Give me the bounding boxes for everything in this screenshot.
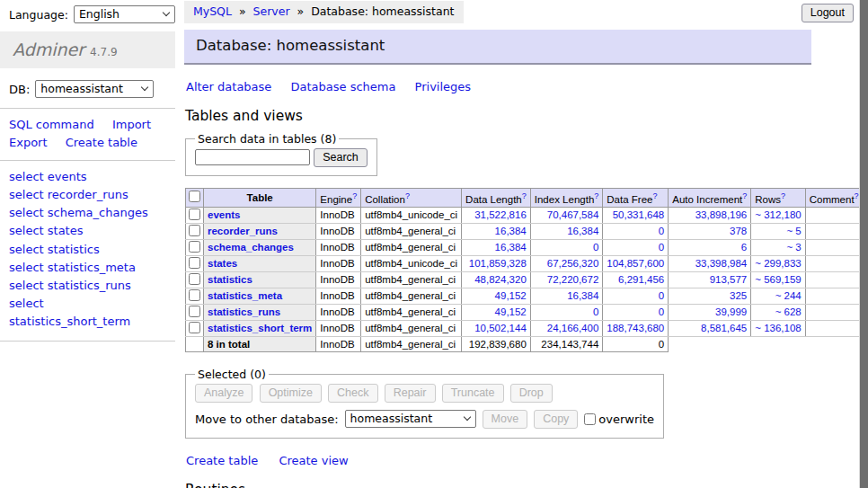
sidebar-item-select-recorder-runs[interactable]: select recorder_runs: [9, 186, 166, 204]
move-db-select[interactable]: homeassistant: [345, 410, 476, 428]
index-length-link[interactable]: 0: [593, 306, 598, 317]
check-button[interactable]: Check: [328, 384, 377, 403]
table-name-link[interactable]: recorder_runs: [208, 226, 278, 236]
sidebar-item-select-events[interactable]: select events: [9, 168, 166, 186]
help-icon[interactable]: ?: [855, 191, 859, 200]
auto-increment-link[interactable]: 8,581,645: [701, 323, 747, 333]
auto-increment-link[interactable]: 378: [730, 226, 747, 236]
adminer-logo-link[interactable]: Adminer: [13, 40, 84, 59]
row-select-checkbox[interactable]: [189, 241, 200, 253]
data-free-link[interactable]: 0: [659, 242, 664, 253]
data-free-link[interactable]: 0: [659, 226, 664, 236]
table-name-link[interactable]: states: [208, 258, 237, 269]
row-select-checkbox[interactable]: [189, 225, 200, 236]
table-name-link[interactable]: statistics_short_term: [208, 323, 312, 333]
overwrite-checkbox[interactable]: [584, 413, 596, 425]
data-free-link[interactable]: 6,291,456: [618, 274, 664, 285]
rows-count-link[interactable]: ~ 136,108: [755, 323, 801, 333]
row-select-checkbox[interactable]: [189, 257, 200, 269]
row-select-checkbox[interactable]: [189, 209, 200, 220]
search-button[interactable]: Search: [314, 148, 368, 167]
language-select[interactable]: English: [74, 5, 175, 23]
alter-database-link[interactable]: Alter database: [186, 80, 271, 93]
auto-increment-link[interactable]: 325: [730, 290, 747, 301]
help-icon[interactable]: ?: [352, 191, 357, 200]
database-schema-link[interactable]: Database schema: [291, 80, 396, 93]
sidebar-link-export[interactable]: Export: [9, 136, 48, 149]
rows-count-link[interactable]: ~ 312,180: [755, 209, 801, 220]
data-length-link[interactable]: 16,384: [495, 242, 527, 253]
analyze-button[interactable]: Analyze: [195, 384, 252, 403]
drop-button[interactable]: Drop: [510, 384, 553, 403]
help-icon[interactable]: ?: [652, 191, 657, 200]
breadcrumb-server-link[interactable]: Server: [253, 4, 290, 18]
sidebar-link-create-table[interactable]: Create table: [66, 136, 137, 149]
auto-increment-link[interactable]: 33,398,984: [695, 258, 748, 269]
data-length-link[interactable]: 48,824,320: [474, 274, 527, 285]
index-length-link[interactable]: 67,256,320: [547, 258, 599, 269]
sidebar-item-select-statistics-runs[interactable]: select statistics_runs: [9, 277, 166, 295]
create-table-link[interactable]: Create table: [186, 454, 258, 467]
table-name-link[interactable]: statistics_runs: [208, 306, 280, 317]
rows-count-link[interactable]: ~ 3: [786, 242, 801, 253]
db-select[interactable]: homeassistant: [35, 80, 154, 98]
table-name-link[interactable]: schema_changes: [208, 242, 294, 253]
rows-count-link[interactable]: ~ 299,833: [755, 258, 801, 269]
repair-button[interactable]: Repair: [385, 384, 436, 403]
copy-button[interactable]: Copy: [534, 410, 578, 429]
data-free-link[interactable]: 50,331,648: [613, 209, 665, 220]
auto-increment-link[interactable]: 913,577: [710, 274, 748, 285]
select-all-checkbox[interactable]: [189, 191, 200, 202]
index-length-link[interactable]: 70,467,584: [547, 209, 599, 220]
optimize-button[interactable]: Optimize: [260, 384, 322, 403]
vertical-scrollbar[interactable]: [859, 0, 868, 488]
index-length-link[interactable]: 16,384: [567, 226, 598, 236]
help-icon[interactable]: ?: [522, 191, 527, 200]
help-icon[interactable]: ?: [742, 191, 747, 200]
sidebar-item-select-schema-changes[interactable]: select schema_changes: [9, 204, 166, 222]
truncate-button[interactable]: Truncate: [442, 384, 504, 403]
sidebar-item-select-statistics-short-term[interactable]: select statistics_short_term: [9, 295, 166, 331]
sidebar-item-select-statistics-meta[interactable]: select statistics_meta: [9, 259, 166, 277]
table-name-link[interactable]: statistics_meta: [208, 290, 282, 301]
logout-button[interactable]: Logout: [802, 4, 854, 22]
data-length-link[interactable]: 49,152: [495, 290, 527, 301]
help-icon[interactable]: ?: [594, 191, 598, 200]
index-length-link[interactable]: 0: [593, 242, 598, 253]
rows-count-link[interactable]: ~ 5: [786, 226, 801, 236]
row-select-checkbox[interactable]: [189, 306, 200, 317]
row-select-checkbox[interactable]: [189, 273, 200, 285]
auto-increment-link[interactable]: 39,999: [715, 306, 747, 317]
sidebar-link-import[interactable]: Import: [112, 118, 151, 131]
rows-count-link[interactable]: ~ 569,159: [755, 274, 801, 285]
rows-count-link[interactable]: ~ 628: [775, 306, 802, 317]
rows-count-link[interactable]: ~ 244: [775, 290, 802, 301]
create-view-link[interactable]: Create view: [279, 454, 348, 467]
row-select-checkbox[interactable]: [189, 322, 200, 333]
table-name-link[interactable]: events: [208, 209, 240, 220]
sidebar-link-sql-command[interactable]: SQL command: [9, 118, 94, 131]
help-icon[interactable]: ?: [781, 191, 785, 200]
index-length-link[interactable]: 72,220,672: [547, 274, 599, 285]
data-length-link[interactable]: 49,152: [495, 306, 527, 317]
auto-increment-link[interactable]: 33,898,196: [695, 209, 748, 220]
move-button[interactable]: Move: [483, 410, 528, 429]
row-select-checkbox[interactable]: [189, 289, 200, 301]
data-length-link[interactable]: 31,522,816: [474, 209, 527, 220]
breadcrumb-mysql-link[interactable]: MySQL: [193, 4, 232, 18]
data-length-link[interactable]: 101,859,328: [469, 258, 527, 269]
privileges-link[interactable]: Privileges: [415, 80, 472, 93]
search-input[interactable]: [195, 149, 310, 165]
data-free-link[interactable]: 188,743,680: [607, 323, 664, 333]
data-free-link[interactable]: 104,857,600: [607, 258, 664, 269]
table-name-link[interactable]: statistics: [208, 274, 252, 285]
sidebar-item-select-states[interactable]: select states: [9, 222, 166, 240]
auto-increment-link[interactable]: 6: [741, 242, 747, 253]
data-length-link[interactable]: 10,502,144: [474, 323, 527, 333]
data-free-link[interactable]: 0: [659, 306, 664, 317]
data-free-link[interactable]: 0: [659, 290, 664, 301]
data-length-link[interactable]: 16,384: [495, 226, 527, 236]
index-length-link[interactable]: 24,166,400: [547, 323, 599, 333]
sidebar-item-select-statistics[interactable]: select statistics: [9, 241, 166, 259]
help-icon[interactable]: ?: [405, 191, 410, 200]
